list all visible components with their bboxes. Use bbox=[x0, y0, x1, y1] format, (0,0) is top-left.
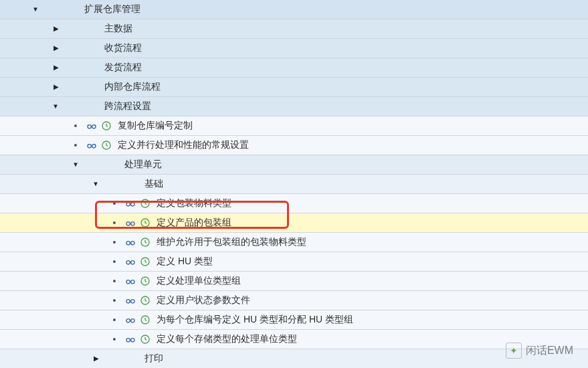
expand-toggle[interactable] bbox=[51, 82, 60, 92]
tree-node-inbound[interactable]: 收货流程 bbox=[0, 39, 588, 58]
tree-node-hu-type-grp[interactable]: • 定义处理单位类型组 bbox=[0, 272, 588, 291]
node-label: 定义处理单位类型组 bbox=[153, 275, 241, 287]
bullet-icon: • bbox=[110, 276, 119, 286]
expand-toggle[interactable] bbox=[51, 43, 60, 53]
expand-toggle[interactable] bbox=[51, 24, 60, 33]
clock-icon bbox=[139, 275, 151, 287]
svg-point-16 bbox=[131, 261, 134, 264]
clock-icon bbox=[139, 236, 151, 248]
glasses-icon bbox=[124, 236, 136, 248]
tree-node-internal[interactable]: 内部仓库流程 bbox=[0, 78, 588, 97]
glasses-icon bbox=[124, 256, 136, 268]
svg-point-7 bbox=[131, 203, 134, 206]
glasses-icon bbox=[124, 294, 136, 306]
expand-toggle[interactable] bbox=[91, 179, 100, 189]
svg-point-12 bbox=[126, 242, 130, 245]
bullet-icon: • bbox=[110, 218, 119, 227]
clock-icon bbox=[139, 314, 151, 326]
svg-point-25 bbox=[131, 319, 134, 323]
node-label: 扩展仓库管理 bbox=[80, 3, 140, 15]
svg-point-27 bbox=[126, 339, 130, 342]
bullet-icon: • bbox=[110, 238, 119, 247]
glasses-icon bbox=[86, 139, 98, 151]
svg-point-22 bbox=[131, 300, 134, 303]
expand-toggle[interactable] bbox=[51, 63, 60, 72]
expand-toggle[interactable] bbox=[31, 5, 40, 14]
tree-node-basics[interactable]: 基础 bbox=[0, 175, 588, 194]
node-label: 定义包装物料类型 bbox=[153, 197, 231, 209]
svg-point-15 bbox=[126, 261, 130, 264]
tree-node-hu-per-storage[interactable]: • 定义每个存储类型的处理单位类型 bbox=[0, 330, 588, 349]
bullet-icon: • bbox=[71, 121, 80, 130]
glasses-icon bbox=[124, 275, 136, 287]
tree-node-hu-type[interactable]: • 定义 HU 类型 bbox=[0, 252, 588, 272]
img-tree: 扩展仓库管理 主数据 收货流程 发货流程 内部仓库流程 跨流程设置 • bbox=[0, 0, 588, 368]
node-label: 复制仓库编号定制 bbox=[114, 120, 193, 132]
clock-icon bbox=[100, 120, 112, 132]
expand-toggle[interactable] bbox=[51, 102, 60, 111]
clock-icon bbox=[139, 217, 151, 229]
clock-icon bbox=[139, 333, 151, 345]
svg-point-9 bbox=[126, 222, 130, 225]
tree-node-perf[interactable]: • 定义并行处理和性能的常规设置 bbox=[0, 136, 588, 155]
tree-node-allowed-mat[interactable]: • 维护允许用于包装组的包装物料类型 bbox=[0, 233, 588, 252]
svg-point-24 bbox=[126, 319, 130, 323]
node-label: 为每个仓库编号定义 HU 类型和分配 HU 类型组 bbox=[153, 314, 353, 326]
tree-node-master-data[interactable]: 主数据 bbox=[0, 19, 588, 39]
node-label: 发货流程 bbox=[100, 62, 142, 74]
node-label: 主数据 bbox=[100, 23, 132, 35]
glasses-icon bbox=[124, 314, 136, 326]
tree-node-ewm[interactable]: 扩展仓库管理 bbox=[0, 0, 588, 19]
tree-node-copy-wh[interactable]: • 复制仓库编号定制 bbox=[0, 116, 588, 136]
glasses-icon bbox=[124, 333, 136, 345]
node-label: 定义并行处理和性能的常规设置 bbox=[114, 139, 249, 151]
node-label: 维护允许用于包装组的包装物料类型 bbox=[153, 236, 306, 248]
clock-icon bbox=[139, 256, 151, 268]
bullet-icon: • bbox=[71, 141, 80, 150]
node-label: 基础 bbox=[140, 178, 163, 190]
node-label: 定义用户状态参数文件 bbox=[153, 294, 250, 306]
bullet-icon: • bbox=[110, 315, 119, 325]
tree-node-print[interactable]: 打印 bbox=[0, 349, 588, 368]
svg-point-10 bbox=[131, 222, 134, 225]
clock-icon bbox=[100, 139, 112, 151]
expand-toggle[interactable] bbox=[91, 354, 100, 363]
clock-icon bbox=[139, 294, 151, 306]
node-label: 收货流程 bbox=[100, 42, 142, 54]
wechat-icon: ✦ bbox=[506, 343, 522, 359]
glasses-icon bbox=[124, 197, 136, 209]
node-label: 定义产品的包装组 bbox=[153, 217, 231, 229]
bullet-icon: • bbox=[110, 335, 119, 344]
svg-point-13 bbox=[131, 242, 134, 245]
svg-point-18 bbox=[126, 280, 130, 284]
node-label: 定义每个存储类型的处理单位类型 bbox=[153, 333, 297, 345]
node-label: 打印 bbox=[140, 353, 163, 365]
node-label: 内部仓库流程 bbox=[100, 81, 161, 93]
node-label: 处理单元 bbox=[120, 159, 162, 171]
watermark-text: 闲话EWM bbox=[526, 344, 573, 358]
clock-icon bbox=[139, 197, 151, 209]
node-label: 定义 HU 类型 bbox=[153, 256, 213, 268]
node-label: 跨流程设置 bbox=[100, 100, 151, 112]
svg-point-21 bbox=[126, 300, 130, 303]
tree-node-outbound[interactable]: 发货流程 bbox=[0, 58, 588, 78]
expand-toggle[interactable] bbox=[71, 160, 80, 169]
svg-point-28 bbox=[131, 339, 134, 342]
tree-node-user-status[interactable]: • 定义用户状态参数文件 bbox=[0, 291, 588, 310]
svg-point-6 bbox=[126, 203, 130, 206]
watermark-brand: ✦ 闲话EWM bbox=[506, 343, 573, 359]
tree-node-hu-per-wh[interactable]: • 为每个仓库编号定义 HU 类型和分配 HU 类型组 bbox=[0, 310, 588, 330]
bullet-icon: • bbox=[110, 296, 119, 305]
bullet-icon: • bbox=[110, 199, 119, 208]
bullet-icon: • bbox=[110, 257, 119, 266]
glasses-icon bbox=[86, 120, 98, 132]
tree-node-prod-pack-group[interactable]: • 定义产品的包装组 bbox=[0, 213, 588, 233]
svg-point-19 bbox=[131, 280, 134, 284]
tree-node-pack-mat-type[interactable]: • 定义包装物料类型 bbox=[0, 194, 588, 213]
glasses-icon bbox=[124, 217, 136, 229]
tree-node-hu[interactable]: 处理单元 bbox=[0, 155, 588, 175]
tree-node-cross[interactable]: 跨流程设置 bbox=[0, 97, 588, 116]
